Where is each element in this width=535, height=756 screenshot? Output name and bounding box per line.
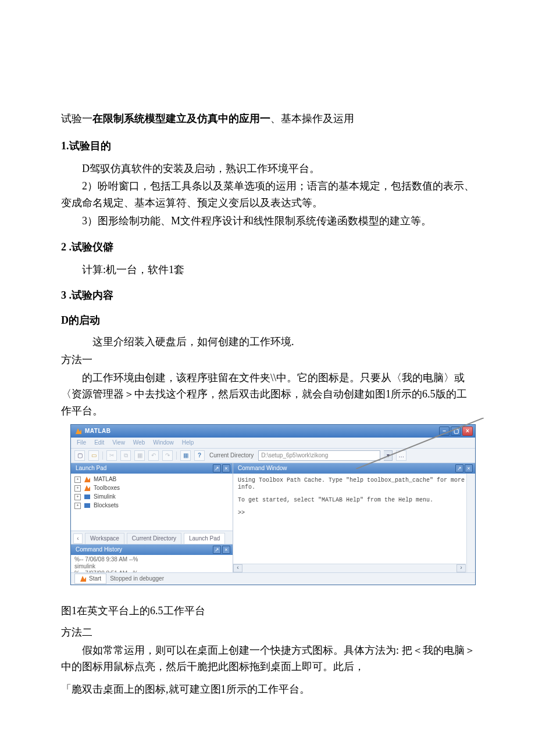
menu-web[interactable]: Web [133,439,145,446]
cmd-line: To get started, select "MATLAB Help" fro… [238,497,470,504]
tree-label: Simulink [94,493,116,500]
tree-row[interactable]: + Simulink [74,493,229,501]
spacer [238,504,470,510]
tab-current-directory[interactable]: Current Directory [127,533,181,544]
command-window-title: Command Window [238,465,287,472]
horizontal-scrollbar[interactable]: ‹ › [233,564,466,572]
title-bold: 在限制系统模型建立及仿真中的应用一 [92,113,270,124]
matlab-window: MATLAB – ▢ × File Edit View Web Window H… [70,424,476,585]
tree-row[interactable]: + Blocksets [74,501,229,510]
section-4-p1: 这里介绍装入硬盘后，如何创建的工作环境. [61,334,477,350]
simulink-icon [84,493,91,500]
undock-icon[interactable]: ↗ [213,464,221,472]
open-file-icon[interactable]: ▭ [88,450,99,461]
section-1-heading: 1.试验目的 [61,138,477,155]
menu-view[interactable]: View [112,439,125,446]
scroll-left-icon[interactable]: ‹ [233,564,242,572]
launch-pad-tree: + MATLAB + Toolboxes + Simulink [71,474,233,531]
right-column: Command Window ↗× Using Toolbox Path Cac… [233,463,475,572]
help-icon[interactable]: ? [194,450,205,461]
tabs-prev-icon[interactable]: ‹ [73,533,83,544]
svg-rect-2 [84,503,90,508]
undock-icon[interactable]: ↗ [213,546,221,554]
menu-edit[interactable]: Edit [94,439,104,446]
expander-icon[interactable]: + [74,494,81,500]
simulink-icon[interactable]: ▦ [180,450,191,461]
tab-workspace[interactable]: Workspace [85,533,124,544]
toolbar: ▢ ▭ ✂ ⧉ ▦ ↶ ↷ ▦ ? Current Directory D:\s… [71,449,475,463]
panel-close-icon[interactable]: × [222,464,230,472]
tree-label: Toolboxes [94,485,120,492]
section-4-p2: 方法一 [61,352,477,368]
status-bar: Start Stopped in debugger [71,572,475,585]
tree-row[interactable]: + MATLAB [74,475,229,484]
section-4-p3: 的工作环境由创建，该程序驻留在文件夹\\中。它的图标是。只要从〈我的电脑〉或〈资… [61,370,477,420]
history-header: Command History ↗× [71,544,233,555]
dir-dropdown-icon[interactable]: ▾ [384,450,393,461]
svg-rect-1 [84,495,90,499]
title-suffix: 、基本操作及运用 [270,113,354,124]
command-window[interactable]: Using Toolbox Path Cache. Type "help too… [233,474,475,572]
cut-icon[interactable]: ✂ [106,450,117,461]
matlab-logo-icon [74,427,83,435]
menu-window[interactable]: Window [153,439,174,446]
section-2-heading: 2 .试验仪僻 [61,239,477,256]
tree-label: MATLAB [94,476,116,483]
current-dir-input[interactable]: D:\setup_6p5\work\zikong [258,450,380,461]
browse-dir-button[interactable]: … [396,450,406,461]
maximize-button[interactable]: ▢ [451,427,461,436]
tab-launch-pad[interactable]: Launch Pad [184,533,225,544]
simulink-icon [84,502,91,509]
tree-label: Blocksets [94,502,119,509]
tree-row[interactable]: + Toolboxes [74,484,229,493]
menu-bar: File Edit View Web Window Help [71,438,475,449]
undock-icon[interactable]: ↗ [455,464,463,472]
scroll-right-icon[interactable]: › [456,564,466,572]
matlab-logo-icon [84,485,91,492]
paste-icon[interactable]: ▦ [134,450,145,461]
panel-close-icon[interactable]: × [465,464,473,472]
history-line: %-- 7/07/08 8:51 AM --% [74,570,229,572]
separator [102,452,103,460]
vertical-scrollbar[interactable] [466,474,475,572]
panel-close-icon[interactable]: × [222,546,230,554]
matlab-logo-icon [80,575,87,582]
history-line: %-- 7/06/08 9:38 AM --% [74,556,229,563]
new-file-icon[interactable]: ▢ [74,450,85,461]
cmd-line: Using Toolbox Path Cache. Type "help too… [238,477,470,491]
method-2-p2: 「脆双击桌面上的图标,就可建立图1所示的工作平台。 [61,681,477,698]
section-4-heading: D的启动 [61,312,477,329]
close-button[interactable]: × [462,427,473,436]
document-page: 试验一在限制系统模型建立及仿真中的应用一、基本操作及运用 1.试验目的 D驾驭仿… [0,0,535,734]
spacer [238,491,470,497]
title-bar[interactable]: MATLAB – ▢ × [71,425,475,438]
history-title: Command History [76,546,122,553]
section-1-p2: 2）吩咐窗口，包括工具条以及菜单选项的运用；语言的基本规定，包括数值的表示、变成… [61,178,477,212]
left-tabs-row: ‹ Workspace Current Directory Launch Pad [71,531,233,544]
status-text: Stopped in debugger [110,575,164,582]
cmd-prompt: >> [238,510,470,517]
start-label: Start [89,575,101,582]
copy-icon[interactable]: ⧉ [120,450,131,461]
launch-pad-title: Launch Pad [76,465,106,472]
expander-icon[interactable]: + [74,476,81,483]
section-3-heading: 3 .试验内容 [61,287,477,304]
launch-pad-header: Launch Pad ↗× [71,463,233,474]
menu-help[interactable]: Help [182,439,194,446]
expander-icon[interactable]: + [74,485,81,492]
menu-file[interactable]: File [77,439,86,446]
history-line: simulink [74,563,229,570]
start-button[interactable]: Start [74,574,106,584]
command-history[interactable]: %-- 7/06/08 9:38 AM --% simulink %-- 7/0… [71,555,233,572]
minimize-button[interactable]: – [439,427,450,436]
window-title: MATLAB [85,428,110,435]
command-window-header: Command Window ↗× [233,463,475,474]
undo-icon[interactable]: ↶ [148,450,159,461]
separator [176,452,177,460]
expander-icon[interactable]: + [74,503,81,509]
section-2-p1: 计算:机一台，软件1套 [61,261,477,278]
redo-icon[interactable]: ↷ [162,450,173,461]
title-prefix: 试验一 [61,113,92,124]
section-1-p1: D驾驭仿真软件的安装及启动，熟识工作环境平台。 [61,160,477,177]
method-2-heading: 方法二 [61,624,477,641]
